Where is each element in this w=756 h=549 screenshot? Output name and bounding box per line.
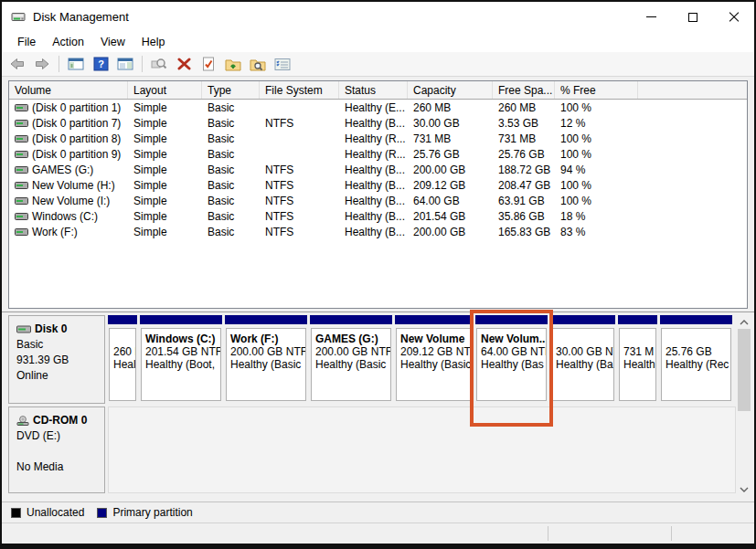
console-tree-icon[interactable] (66, 54, 86, 74)
delete-icon[interactable] (174, 54, 194, 74)
column-header-layout[interactable]: Layout (128, 81, 202, 99)
partition-size: 30.00 GB NT (556, 345, 612, 358)
column-header-status[interactable]: Status (339, 81, 408, 99)
partition-status: Healthy (Bas (481, 358, 545, 371)
scrollbar-thumb[interactable] (738, 329, 751, 411)
menu-action[interactable]: Action (44, 34, 92, 50)
partition-status: Healthy (Basic (230, 358, 304, 371)
partition-status: Healthy (Basic (400, 358, 470, 371)
volume-layout: Simple (128, 226, 202, 238)
volume-free-space: 188.72 GB (493, 164, 555, 176)
table-row[interactable]: (Disk 0 partition 8) Simple Basic Health… (9, 131, 747, 146)
volume-drive-icon (15, 104, 28, 111)
disk0-partitions: 260 M Heal Windows (C:) 201.54 GB NTF He… (108, 315, 736, 404)
help-icon[interactable]: ? (91, 54, 111, 74)
volume-free-space: 3.53 GB (493, 117, 555, 130)
column-header-type[interactable]: Type (202, 81, 260, 99)
disk0-name: Disk 0 (35, 322, 67, 337)
zoom-disabled-icon[interactable] (149, 54, 169, 74)
volume-pct-free: 100 % (555, 132, 638, 145)
table-row[interactable]: Work (F:) Simple Basic NTFS Healthy (B..… (9, 224, 747, 239)
check-document-icon[interactable] (198, 54, 218, 74)
volume-name: (Disk 0 partition 1) (32, 101, 121, 114)
vertical-scrollbar[interactable] (738, 315, 751, 496)
back-icon[interactable] (7, 54, 27, 74)
partition-block[interactable]: 25.76 GB Healthy (Rec (660, 315, 732, 404)
partition-status: Healthy (Ba (556, 358, 612, 371)
menu-view[interactable]: View (92, 34, 133, 50)
volume-capacity: 200.00 GB (408, 164, 493, 176)
volume-file-system: NTFS (260, 164, 339, 176)
partition-block[interactable]: 260 M Heal (108, 315, 137, 404)
volume-status: Healthy (B... (339, 164, 408, 176)
table-row[interactable]: New Volume (H:) Simple Basic NTFS Health… (9, 177, 747, 193)
volume-free-space: 731 MB (493, 132, 555, 145)
volume-status: Healthy (R... (339, 148, 408, 161)
volume-free-space: 25.76 GB (493, 148, 555, 161)
volume-drive-icon (15, 228, 28, 236)
partition-block[interactable]: New Volum... 64.00 GB NTF Healthy (Bas (475, 315, 548, 404)
status-bar (2, 523, 754, 544)
partition-size: 731 M (623, 345, 655, 358)
volume-free-space: 63.91 GB (493, 195, 555, 207)
column-header-capacity[interactable]: Capacity (408, 81, 493, 99)
menu-help[interactable]: Help (133, 34, 174, 50)
volume-layout: Simple (128, 117, 202, 130)
menu-file[interactable]: File (9, 34, 44, 50)
column-header-volume[interactable]: Volume (9, 81, 128, 99)
table-row[interactable]: (Disk 0 partition 1) Simple Basic Health… (9, 100, 747, 115)
partition-block[interactable]: New Volume 209.12 GB NTF Healthy (Basic (395, 315, 473, 404)
forward-icon[interactable] (32, 54, 52, 74)
properties-icon[interactable] (272, 54, 293, 74)
menu-bar: File Action View Help (2, 32, 754, 52)
disk0-status: Online (16, 368, 99, 384)
action-pane-icon[interactable] (115, 54, 135, 74)
volume-type: Basic (202, 101, 260, 114)
volume-pct-free: 100 % (555, 101, 638, 114)
volume-name: (Disk 0 partition 7) (32, 117, 121, 130)
partition-block[interactable]: GAMES (G:) 200.00 GB NTF Healthy (Basic (310, 315, 392, 404)
volume-type: Basic (202, 195, 260, 207)
legend-item: Unallocated (11, 506, 84, 519)
column-header-file-system[interactable]: File System (260, 81, 339, 99)
folder-up-icon[interactable] (223, 54, 243, 74)
folder-search-icon[interactable] (248, 54, 268, 74)
column-header-filler (638, 81, 747, 99)
cdrom-empty-area (108, 406, 736, 493)
disk0-info-panel[interactable]: Disk 0 Basic 931.39 GB Online (8, 315, 105, 404)
table-row[interactable]: GAMES (G:) Simple Basic NTFS Healthy (B.… (9, 162, 747, 177)
status-separator (671, 526, 672, 541)
volume-drive-icon (15, 135, 28, 143)
partition-block[interactable]: Windows (C:) 201.54 GB NTF Healthy (Boot… (140, 315, 222, 404)
scroll-down-button[interactable] (738, 482, 751, 496)
minimize-button[interactable] (631, 2, 672, 32)
close-button[interactable] (713, 2, 754, 32)
disk-management-window: Disk Management File Action View Help ? (0, 0, 756, 549)
partition-title (665, 333, 729, 345)
volume-layout: Simple (128, 179, 202, 192)
scrollbar-track[interactable] (738, 329, 751, 482)
column-header-pct-free[interactable]: % Free (555, 81, 638, 99)
partition-size: 25.76 GB (665, 345, 729, 358)
volume-type: Basic (202, 179, 260, 192)
volume-name: Work (F:) (32, 226, 78, 238)
maximize-button[interactable] (672, 2, 713, 32)
volume-status: Healthy (B... (339, 210, 408, 223)
table-row[interactable]: (Disk 0 partition 7) Simple Basic NTFS H… (9, 115, 747, 131)
volume-type: Basic (202, 226, 260, 238)
table-row[interactable]: Windows (C:) Simple Basic NTFS Healthy (… (9, 208, 747, 224)
volume-drive-icon (15, 151, 28, 158)
volume-drive-icon (15, 120, 28, 127)
partition-block[interactable]: 731 M Health (618, 315, 657, 404)
table-row[interactable]: New Volume (I:) Simple Basic NTFS Health… (9, 193, 747, 208)
partition-block[interactable]: Work (F:) 200.00 GB NTF Healthy (Basic (225, 315, 307, 404)
scroll-up-button[interactable] (738, 315, 751, 329)
chevron-up-icon (740, 320, 749, 325)
partition-block[interactable]: 30.00 GB NT Healthy (Ba (550, 315, 615, 404)
cdrom-info-panel[interactable]: CD-ROM 0 DVD (E:) No Media (8, 406, 105, 493)
partition-status: Heal (113, 358, 134, 371)
column-header-free-space[interactable]: Free Spa... (493, 81, 555, 99)
volume-file-system: NTFS (260, 226, 339, 238)
toolbar: ? (2, 52, 754, 77)
table-row[interactable]: (Disk 0 partition 9) Simple Basic Health… (9, 146, 747, 162)
